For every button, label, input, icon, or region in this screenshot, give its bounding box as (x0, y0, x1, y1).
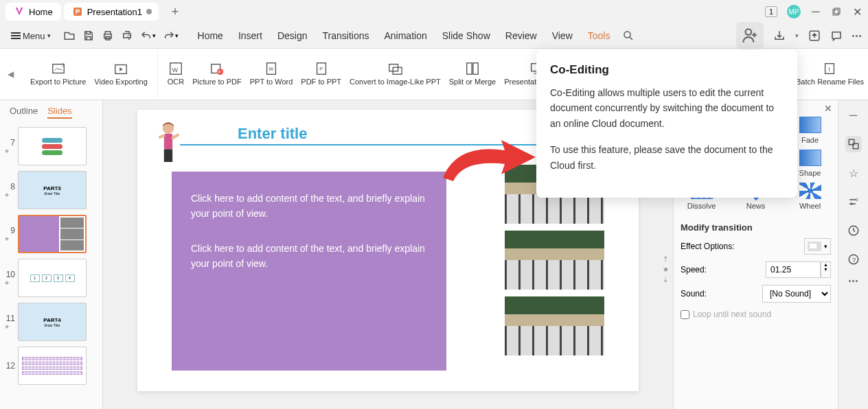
menubar-right: ▾ (736, 22, 861, 49)
loop-label: Loop until next sound (693, 309, 771, 319)
tab-transitions[interactable]: Transitions (323, 30, 369, 41)
slide-title[interactable]: Enter title (238, 125, 307, 143)
doc-tab[interactable]: Presentation1 (64, 3, 159, 21)
window-count[interactable]: 1 (765, 6, 777, 17)
coediting-icon (741, 27, 759, 45)
print-preview-icon[interactable] (121, 30, 133, 42)
svg-point-4 (624, 32, 630, 38)
collapse-panel-button[interactable]: ─ (845, 107, 862, 124)
titlebar-right: 1 MP ─ ✕ (765, 5, 863, 19)
svg-rect-2 (834, 8, 840, 14)
svg-text:W: W (269, 66, 273, 72)
menubar: Menu ▾ ▾ ▾ Home Insert Design Transition… (0, 23, 868, 48)
new-tab-button[interactable]: + (167, 3, 183, 20)
coediting-button[interactable] (736, 22, 764, 49)
svg-rect-28 (164, 134, 172, 150)
effect-options-label: Effect Options: (681, 242, 735, 251)
side-toolbar: ─ ☆ ? (838, 100, 868, 409)
slide-thumb-8[interactable]: 8★ PART3Enter Title (0, 168, 102, 212)
ocr[interactable]: WOCR (163, 51, 188, 97)
open-icon[interactable] (63, 30, 76, 42)
help-tool[interactable]: ? (845, 251, 862, 268)
slide-thumb-10[interactable]: 10★ 1234 (0, 256, 102, 300)
panel-close[interactable]: ✕ (824, 103, 832, 114)
object-tool[interactable] (845, 136, 862, 152)
search-icon[interactable] (622, 30, 635, 42)
app-tabs: Home Presentation1 + (5, 3, 183, 21)
redo-button[interactable]: ▾ (163, 30, 179, 42)
slide-thumb-12[interactable]: 12 (0, 344, 102, 388)
annotation-arrow (436, 133, 539, 188)
batch-rename-files[interactable]: IBatch Rename Files (792, 51, 868, 97)
export-to-picture[interactable]: Export to Picture (26, 51, 90, 97)
save-icon[interactable] (82, 30, 95, 42)
tab-tools[interactable]: Tools (588, 30, 610, 41)
tab-insert[interactable]: Insert (238, 30, 262, 41)
tab-slideshow[interactable]: Slide Show (442, 30, 490, 41)
svg-text:P: P (319, 66, 323, 72)
menu-label: Menu (23, 31, 45, 41)
svg-text:I: I (829, 67, 830, 73)
user-avatar[interactable]: MP (787, 5, 801, 19)
slides-tab[interactable]: Slides (47, 106, 71, 119)
svg-rect-21 (473, 63, 478, 75)
tooltip-title: Co-Editing (550, 63, 784, 77)
modify-transition-label: Modify transition (681, 222, 831, 233)
effect-options-button[interactable]: ▾ (804, 238, 831, 255)
maximize-button[interactable] (831, 6, 842, 17)
home-tab[interactable]: Home (5, 3, 61, 21)
star-tool[interactable]: ☆ (845, 165, 862, 181)
slide-image-2[interactable] (505, 231, 604, 290)
svg-text:P: P (218, 71, 221, 75)
pdf-to-ppt[interactable]: PPDF to PPT (297, 51, 345, 97)
tooltip-p2: To use this feature, please save the doc… (550, 142, 784, 173)
svg-text:W: W (172, 67, 179, 73)
svg-point-34 (856, 199, 858, 201)
minimize-button[interactable]: ─ (810, 6, 821, 17)
share-dropdown[interactable]: ▾ (795, 32, 799, 39)
svg-rect-20 (467, 63, 472, 75)
tab-home[interactable]: Home (198, 30, 223, 41)
slide-list: 7★ 8★ PART3Enter Title 9★ 10★ 1234 11★ P… (0, 124, 102, 388)
sound-select[interactable]: [No Sound] (762, 285, 831, 303)
history-tool[interactable] (845, 222, 862, 239)
more-tools[interactable] (849, 280, 858, 282)
coediting-tooltip: Co-Editing Co-Editing allows multiple us… (536, 49, 797, 198)
undo-button[interactable]: ▾ (140, 30, 156, 42)
tab-view[interactable]: View (552, 30, 573, 41)
share-icon[interactable] (773, 30, 786, 42)
svg-point-5 (746, 29, 752, 35)
convert-to-image-ppt[interactable]: Convert to Image-Like PPT (345, 51, 445, 97)
tab-design[interactable]: Design (277, 30, 308, 41)
tooltip-p1: Co-Editing allows multiple users to edit… (550, 85, 784, 131)
titlebar: Home Presentation1 + 1 MP ─ ✕ (0, 0, 868, 23)
print-icon[interactable] (102, 30, 114, 42)
loop-checkbox[interactable] (681, 310, 689, 319)
slide-thumb-11[interactable]: 11★ PART4Enter Title (0, 300, 102, 344)
chat-icon[interactable] (830, 30, 843, 42)
slide-image-3[interactable] (505, 296, 604, 355)
tab-modified-indicator[interactable] (146, 9, 152, 14)
close-button[interactable]: ✕ (852, 6, 863, 17)
speed-down[interactable]: ▼ (821, 267, 830, 272)
upload-icon[interactable] (808, 30, 821, 42)
canvas-markers: ⇡★⇣ (663, 255, 669, 283)
speed-up[interactable]: ▲ (821, 262, 830, 267)
svg-rect-1 (833, 10, 838, 15)
tab-animation[interactable]: Animation (384, 30, 426, 41)
ribbon-scroll-left[interactable]: ◀ (0, 49, 21, 100)
main-menu-button[interactable]: Menu ▾ (7, 28, 55, 44)
ppt-to-word[interactable]: WPPT to Word (246, 51, 297, 97)
outline-tab[interactable]: Outline (10, 106, 38, 119)
video-exporting[interactable]: Video Exporting (90, 51, 151, 97)
tab-review[interactable]: Review (505, 30, 537, 41)
speed-input[interactable] (766, 261, 821, 278)
more-icon[interactable] (852, 35, 861, 37)
slide-thumb-7[interactable]: 7★ (0, 124, 102, 168)
settings-tool[interactable] (845, 194, 862, 210)
svg-text:?: ? (852, 256, 856, 264)
slide-thumb-9[interactable]: 9★ (0, 212, 102, 256)
content-box[interactable]: Click here to add content of the text, a… (172, 172, 446, 371)
split-or-merge[interactable]: Split or Merge (445, 51, 500, 97)
picture-to-pdf[interactable]: PPicture to PDF (188, 51, 246, 97)
